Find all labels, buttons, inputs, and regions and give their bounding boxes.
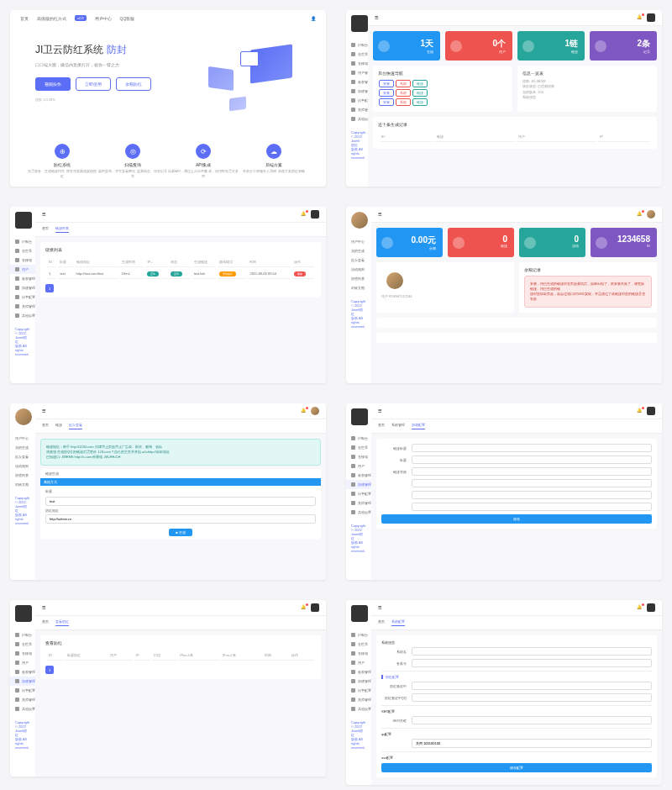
- bell-icon[interactable]: 🔔: [637, 14, 643, 21]
- nav-qq[interactable]: QQ客服: [120, 16, 135, 21]
- user-icon[interactable]: 👤: [311, 16, 316, 21]
- shield-icon: ⊕: [55, 144, 70, 159]
- landing-screenshot: 首页 高级版的红方式 v2.0 用户中心 QQ客服 👤 JI卫云防红系统 防封 …: [10, 10, 326, 187]
- system-config: 控制台 去世界 在移端 用户 收权管理 加速管理 比率配置 充值管理 其他设置 …: [346, 600, 662, 785]
- menu-icon[interactable]: ☰: [375, 15, 378, 20]
- btn-video[interactable]: 视频操作: [35, 77, 71, 91]
- hero-subtitle: 口口端大图，微信内直接打开，祝你一臂之力: [35, 62, 183, 67]
- save-button[interactable]: 保存: [381, 514, 652, 524]
- stat-3[interactable]: 2条记录: [590, 31, 657, 61]
- info-panel: 信息一览表 授权: JD-38743 状态状态: 已注册授权 当前版本: 155…: [517, 66, 657, 112]
- cloud-icon: ☁: [266, 144, 281, 159]
- feature-3: ☁后端方案有安全工程服务人员研 加速方案防红策略: [239, 144, 309, 178]
- topbar: ☰🔔: [368, 10, 662, 26]
- feature-2: ⟳API集成简易API，通过公共简单集 成，使用时无需太多帮: [168, 144, 239, 178]
- stat-1[interactable]: 0个用户: [445, 31, 512, 61]
- page-1[interactable]: 1: [45, 284, 54, 292]
- stat-2[interactable]: 1链链接: [517, 31, 585, 61]
- feature-0: ⊕防红系统无需准备，生成链接均可 同在浏览器端实现防红: [27, 144, 97, 178]
- btn-balance[interactable]: 余额防红: [116, 77, 151, 91]
- url-input[interactable]: http://admin.cn: [45, 514, 316, 524]
- api-icon: ⟳: [196, 144, 211, 159]
- tag[interactable]: 安装: [379, 80, 394, 87]
- version-badge: v2.0: [75, 15, 87, 21]
- link-table: ID标题链接地址生成时间IP+状态生成链接跳转模式时间操作 1testhttp:…: [45, 255, 316, 281]
- avatar[interactable]: [351, 212, 368, 229]
- delete-btn[interactable]: 删除: [294, 271, 306, 276]
- menu-icon[interactable]: ☰: [42, 212, 45, 217]
- info-alert: 链接地址：例子 http://1234.com 法律禁止页面禁止广告类、欺诈、赌…: [40, 439, 321, 466]
- input-0[interactable]: [412, 444, 652, 452]
- config-form: 控制台 去世界 在移端 用户 收权管理 加速管理 比率配置 充值管理 其他设置 …: [346, 403, 662, 580]
- user-avatar: [386, 272, 403, 289]
- nav-user[interactable]: 用户中心: [95, 16, 112, 21]
- landing-nav: 首页 高级版的红方式 v2.0 用户中心 QQ客服 👤: [10, 10, 326, 26]
- feature-row: ⊕防红系统无需准备，生成链接均可 同在浏览器端实现防红 ◎扫描查询实时查询，并可…: [10, 135, 326, 187]
- stat-0[interactable]: 1天在线: [373, 31, 440, 61]
- hero-illustration: [200, 43, 301, 118]
- generate-form: 用户中心 我的生成 批次查看 活动规则 加强列表 对账文档 Copyright …: [10, 403, 326, 580]
- scan-icon: ◎: [125, 144, 140, 159]
- avatar[interactable]: [351, 15, 368, 32]
- query-table: 控制台 去世界 在移端 用户 收权管理 加速管理 比率配置 充值管理 其他设置 …: [10, 600, 326, 777]
- title-input[interactable]: test: [45, 497, 316, 506]
- footer: Copyright © 2022 Jwerli防红 版权 All rights …: [346, 127, 368, 163]
- user-card: [381, 267, 509, 294]
- input-2[interactable]: [412, 467, 652, 476]
- log-panel: 近十条生成记录 ID链接用户IP: [373, 117, 657, 149]
- bell-icon[interactable]: 🔔: [301, 211, 307, 218]
- nav-home[interactable]: 首页: [20, 16, 29, 21]
- save-config-button[interactable]: 保存配置: [381, 763, 652, 772]
- link-list-shot: 控制台 去世界 在移端 用户 收权管理 加速管理 比率配置 充值管理 其他设置 …: [10, 207, 326, 383]
- btn-use[interactable]: 立即使用: [76, 77, 111, 91]
- feature-1: ◎扫描查询实时查询，并可查看网站 监测状态、历史记录等: [97, 144, 168, 178]
- input-4[interactable]: [412, 491, 652, 499]
- quick-nav-panel: 后台快速导航 安装系统链接 安装系统链接 安装系统链接: [373, 66, 512, 112]
- nav-feature[interactable]: 高级版的红方式: [37, 16, 66, 21]
- avatar[interactable]: [15, 212, 32, 229]
- input-1[interactable]: [412, 456, 652, 464]
- input-5[interactable]: [412, 503, 652, 511]
- hero-title: JI卫云防红系统 防封: [35, 43, 183, 57]
- table-row[interactable]: 1testhttp://test.com/test19m1正常正常test.li…: [47, 269, 314, 279]
- admin-dashboard: 控制台 去世界 在移端 用户管理 收权管理 加速管理 比率配置 充值管理 其他设…: [346, 10, 662, 187]
- input-3[interactable]: [412, 479, 652, 487]
- avatar-mini[interactable]: [647, 13, 655, 22]
- generate-button[interactable]: ■ 生成: [169, 529, 192, 536]
- dropdown-selected[interactable]: 高级方式: [40, 478, 321, 486]
- hero-note: 授权 1.0.20%: [35, 97, 183, 102]
- warning-alert: 安装，用已生成的链接对在页面测试后，如果出现了，则安装失效了，请更换链接。用已生…: [524, 276, 652, 308]
- user-dashboard: 用户中心 我的生成 批次查看 活动规则 加强列表 对账文档 Copyright …: [346, 207, 662, 383]
